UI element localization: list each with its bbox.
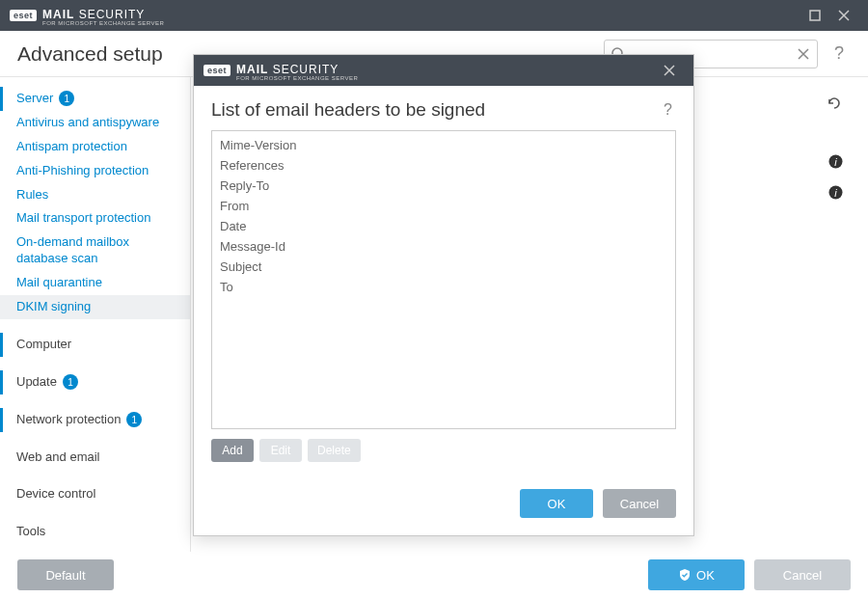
ok-button-label: OK — [696, 568, 715, 583]
modal-footer: OK Cancel — [194, 476, 693, 535]
brand-main: MAIL SECURITY — [42, 8, 145, 21]
edit-button: Edit — [259, 439, 302, 462]
sidebar-item[interactable]: Mail quarantine — [0, 271, 190, 295]
list-item[interactable]: References — [218, 155, 669, 176]
headers-listbox[interactable]: Mime-VersionReferencesReply-ToFromDateMe… — [211, 130, 676, 429]
list-item[interactable]: Reply-To — [218, 176, 669, 196]
sidebar-item[interactable]: Computer — [0, 333, 190, 357]
brand-text: MAIL SECURITY FOR MICROSOFT EXCHANGE SER… — [236, 60, 358, 81]
sidebar-item[interactable]: Tools — [0, 520, 190, 544]
sidebar-item[interactable]: Device control — [0, 482, 190, 506]
sidebar-item[interactable]: Server1 — [0, 87, 190, 111]
sidebar-item-label: Mail quarantine — [16, 275, 102, 291]
sidebar-item-label: DKIM signing — [16, 299, 91, 315]
ok-button[interactable]: OK — [648, 559, 745, 590]
delete-button: Delete — [308, 439, 361, 462]
window-maximize-button[interactable] — [800, 0, 829, 31]
default-button[interactable]: Default — [17, 559, 114, 590]
sidebar-item-label: Mail transport protection — [16, 210, 150, 227]
sidebar-item-label: Device control — [16, 486, 95, 503]
sidebar: Server1Antivirus and antispywareAntispam… — [0, 77, 191, 552]
svg-rect-0 — [810, 11, 820, 20]
undo-icon[interactable] — [826, 95, 843, 116]
info-icon[interactable]: i — [828, 185, 843, 203]
modal-title: List of email headers to be signed — [211, 99, 660, 121]
sidebar-item[interactable]: Mail transport protection — [0, 206, 190, 231]
help-button[interactable]: ? — [827, 43, 851, 64]
modal-logo: eset MAIL SECURITY FOR MICROSOFT EXCHANG… — [203, 60, 358, 81]
sidebar-item-label: Antivirus and antispyware — [16, 115, 159, 131]
sidebar-badge: 1 — [59, 91, 74, 106]
sidebar-badge: 1 — [63, 374, 78, 390]
modal-ok-button[interactable]: OK — [520, 489, 593, 518]
modal-cancel-button[interactable]: Cancel — [603, 489, 676, 518]
window-close-button[interactable] — [829, 0, 858, 31]
sidebar-item[interactable]: Rules — [0, 183, 190, 207]
sidebar-item-label: Rules — [16, 187, 48, 204]
list-item[interactable]: Message-Id — [218, 236, 669, 257]
sidebar-item-label: Update — [16, 374, 57, 391]
sidebar-item-label: Antispam protection — [16, 139, 127, 155]
sidebar-badge: 1 — [126, 412, 142, 427]
sidebar-item-label: Anti-Phishing protection — [16, 163, 149, 179]
shield-icon — [678, 568, 692, 582]
list-item[interactable]: To — [218, 277, 669, 297]
modal-dialog: eset MAIL SECURITY FOR MICROSOFT EXCHANG… — [193, 54, 694, 536]
modal-title-row: List of email headers to be signed ? — [194, 86, 693, 130]
brand-sub: FOR MICROSOFT EXCHANGE SERVER — [42, 20, 164, 26]
sidebar-item-label: On-demand mailbox database scan — [16, 234, 180, 267]
clear-search-icon[interactable] — [796, 46, 811, 62]
sidebar-item-label: Tools — [16, 524, 45, 540]
brand-badge: eset — [10, 10, 37, 21]
footer: Default OK Cancel — [0, 552, 868, 598]
cancel-button[interactable]: Cancel — [754, 559, 851, 590]
list-item[interactable]: Subject — [218, 257, 669, 277]
sidebar-item[interactable]: On-demand mailbox database scan — [0, 231, 190, 271]
modal-body: Mime-VersionReferencesReply-ToFromDateMe… — [194, 130, 693, 476]
sidebar-item-label: Computer — [16, 337, 71, 353]
add-button[interactable]: Add — [211, 439, 254, 462]
list-item[interactable]: From — [218, 196, 669, 216]
sidebar-item-label: Network protection — [16, 412, 121, 428]
sidebar-item-label: Server — [16, 91, 53, 107]
modal-close-button[interactable] — [655, 55, 684, 86]
list-item[interactable]: Mime-Version — [218, 135, 669, 155]
sidebar-item[interactable]: Network protection1 — [0, 408, 190, 432]
sidebar-item[interactable]: DKIM signing — [0, 295, 190, 319]
sidebar-item[interactable]: Antivirus and antispyware — [0, 111, 190, 135]
sidebar-item[interactable]: Antispam protection — [0, 135, 190, 159]
sidebar-item[interactable]: Web and email — [0, 446, 190, 470]
brand-text: MAIL SECURITY FOR MICROSOFT EXCHANGE SER… — [42, 5, 164, 26]
info-icon[interactable]: i — [828, 154, 843, 172]
brand-badge: eset — [203, 65, 231, 76]
modal-titlebar: eset MAIL SECURITY FOR MICROSOFT EXCHANG… — [194, 55, 693, 86]
list-item[interactable]: Date — [218, 216, 669, 236]
sidebar-item-label: Web and email — [16, 449, 99, 466]
titlebar: eset MAIL SECURITY FOR MICROSOFT EXCHANG… — [0, 0, 868, 31]
modal-help-button[interactable]: ? — [660, 101, 676, 119]
modal-list-actions: Add Edit Delete — [211, 439, 676, 462]
sidebar-item[interactable]: Update1 — [0, 370, 190, 394]
sidebar-item[interactable]: Anti-Phishing protection — [0, 159, 190, 183]
app-logo: eset MAIL SECURITY FOR MICROSOFT EXCHANG… — [10, 5, 164, 26]
